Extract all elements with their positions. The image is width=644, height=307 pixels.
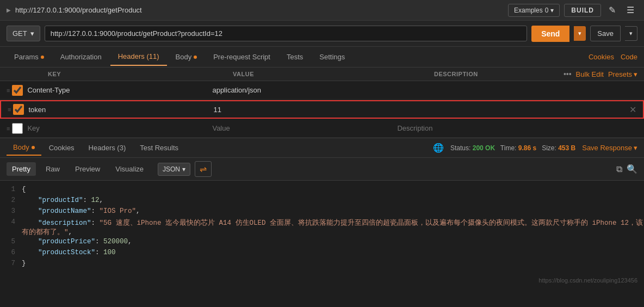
wrap-button[interactable]: ⇌ — [195, 161, 212, 177]
top-bar-right: Examples 0 ▾ BUILD ✎ ☰ — [508, 3, 637, 17]
tab-tests[interactable]: Tests — [279, 48, 311, 65]
request-bar: GET ▾ Send ▾ Save ▾ — [0, 21, 644, 47]
header-row-token: ≡ ✕ — [0, 100, 644, 119]
status-info: Status: 200 OK Time: 9.86 s Size: 453 B — [450, 144, 575, 152]
response-status-area: 🌐 Status: 200 OK Time: 9.86 s Size: 453 … — [433, 143, 637, 153]
save-dropdown-button[interactable]: ▾ — [625, 26, 637, 41]
body-dot — [194, 56, 197, 59]
code-line-4: 4 "description": "5G 速度、iPhone 迄今最快的芯片 A… — [0, 218, 644, 237]
code-line-5: 5 "productPrice": 520000, — [0, 237, 644, 248]
method-select[interactable]: GET ▾ — [7, 26, 40, 41]
body-preview-tab[interactable]: Preview — [70, 162, 106, 176]
tab-params[interactable]: Params — [7, 48, 52, 65]
tab-body[interactable]: Body — [168, 48, 205, 65]
tab-pre-request-script[interactable]: Pre-request Script — [206, 48, 278, 65]
headers-area: KEY VALUE DESCRIPTION ••• Bulk Edit Pres… — [0, 67, 644, 138]
globe-icon[interactable]: 🌐 — [433, 143, 444, 153]
btab-headers[interactable]: Headers (3) — [82, 140, 133, 155]
edit-icon[interactable]: ✎ — [605, 3, 619, 17]
cookies-link[interactable]: Cookies — [589, 53, 614, 61]
drag-handle-icon-token[interactable]: ≡ — [8, 106, 11, 113]
header-row-content-type: ≡ — [0, 81, 644, 100]
code-line-3: 3 "productName": "IOS Pro", — [0, 207, 644, 218]
col-desc-header: DESCRIPTION — [434, 71, 564, 77]
tab-headers[interactable]: Headers (11) — [110, 48, 167, 66]
format-select[interactable]: JSON ▾ — [158, 163, 190, 176]
code-line-2: 2 "productId": 12, — [0, 196, 644, 207]
copy-button[interactable]: ⧉ — [616, 164, 622, 174]
btab-test-results[interactable]: Test Results — [133, 140, 185, 155]
bulk-edit-button[interactable]: Bulk Edit — [576, 70, 604, 78]
desc-input-token[interactable] — [398, 106, 629, 114]
code-line-1: 1 { — [0, 185, 644, 196]
more-options-icon[interactable]: ••• — [564, 70, 572, 78]
code-line-7: 7 } — [0, 259, 644, 270]
key-input-content-type[interactable] — [27, 86, 212, 94]
col-value-header: VALUE — [233, 71, 434, 77]
value-input-new[interactable] — [212, 124, 397, 132]
url-input[interactable] — [45, 26, 527, 41]
comment-icon[interactable]: ☰ — [623, 3, 637, 17]
col-actions: ••• Bulk Edit Presets ▾ — [564, 70, 637, 78]
desc-input-new[interactable] — [397, 124, 637, 132]
params-dot — [41, 56, 44, 59]
row-checkbox-token[interactable] — [13, 104, 24, 115]
save-button[interactable]: Save — [590, 26, 621, 41]
body-visualize-tab[interactable]: Visualize — [110, 162, 149, 176]
header-row-new: ≡ — [0, 119, 644, 138]
drag-handle-icon[interactable]: ≡ — [7, 87, 10, 94]
chevron-down-icon: ▾ — [550, 7, 554, 14]
examples-button[interactable]: Examples 0 ▾ — [508, 4, 560, 17]
code-line-6: 6 "productStock": 100 — [0, 248, 644, 259]
tab-settings[interactable]: Settings — [312, 48, 352, 65]
col-key-header: KEY — [26, 71, 233, 77]
body-response-dot — [32, 146, 35, 149]
btab-cookies[interactable]: Cookies — [42, 140, 81, 155]
save-response-button[interactable]: Save Response ▾ — [582, 144, 637, 152]
status-time: 9.86 s — [518, 144, 536, 152]
save-response-chevron-icon: ▾ — [634, 144, 637, 152]
key-input-new[interactable] — [27, 124, 212, 132]
expand-arrow[interactable]: ▶ — [7, 7, 11, 13]
value-input-content-type[interactable] — [212, 86, 397, 94]
key-input-token[interactable] — [28, 106, 213, 114]
status-size: 453 B — [558, 144, 575, 152]
tab-authorization[interactable]: Authorization — [53, 48, 109, 65]
drag-handle-icon-new[interactable]: ≡ — [7, 125, 10, 132]
build-button[interactable]: BUILD — [564, 4, 601, 17]
code-link[interactable]: Code — [621, 53, 637, 61]
delete-row-icon[interactable]: ✕ — [629, 105, 636, 115]
value-input-token[interactable] — [213, 106, 398, 114]
desc-input-content-type[interactable] — [397, 86, 637, 94]
top-bar: ▶ http://127.0.0.1:9000/product/getProdu… — [0, 0, 644, 21]
send-button[interactable]: Send — [531, 26, 569, 42]
status-ok: 200 OK — [473, 144, 495, 152]
row-checkbox-content-type[interactable] — [12, 85, 23, 96]
send-dropdown-button[interactable]: ▾ — [574, 26, 586, 41]
btab-body[interactable]: Body — [7, 140, 41, 156]
tabs-right: Cookies Code — [589, 53, 637, 61]
response-code-area: 1 { 2 "productId": 12, 3 "productName": … — [0, 181, 644, 276]
watermark: https://blog.csdn.net/zouliping123456 — [0, 276, 644, 285]
presets-button[interactable]: Presets ▾ — [608, 70, 637, 78]
response-tabs-bar: Body Cookies Headers (3) Test Results 🌐 … — [0, 138, 644, 158]
top-url: http://127.0.0.1:9000/product/getProduct — [15, 6, 142, 14]
body-pretty-tab[interactable]: Pretty — [7, 162, 36, 176]
search-button[interactable]: 🔍 — [627, 164, 637, 174]
request-tabs-bar: Params Authorization Headers (11) Body P… — [0, 47, 644, 67]
presets-chevron-icon: ▾ — [634, 70, 637, 78]
response-section: Body Cookies Headers (3) Test Results 🌐 … — [0, 138, 644, 285]
row-checkbox-new[interactable] — [12, 123, 23, 134]
method-chevron-icon: ▾ — [30, 29, 34, 38]
format-chevron-icon: ▾ — [182, 165, 185, 173]
body-raw-tab[interactable]: Raw — [40, 162, 65, 176]
body-right-actions: ⧉ 🔍 — [616, 164, 637, 174]
body-format-toolbar: Pretty Raw Preview Visualize JSON ▾ ⇌ ⧉ … — [0, 158, 644, 181]
method-label: GET — [13, 29, 27, 38]
